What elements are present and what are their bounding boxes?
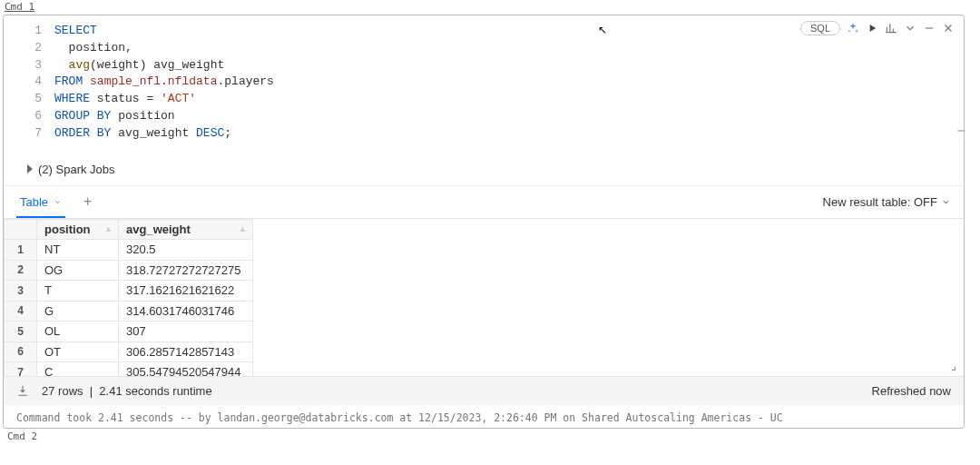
spark-jobs-toggle[interactable]: (2) Spark Jobs — [4, 155, 964, 185]
column-header-position[interactable]: position▲ — [37, 219, 119, 240]
result-toggle-label: New result table: OFF — [823, 195, 937, 209]
row-number: 5 — [5, 322, 37, 342]
table-row[interactable]: 7C305.54794520547944 — [5, 362, 253, 377]
cell-title: Cmd 1 — [3, 0, 965, 15]
tab-table[interactable]: Table — [16, 186, 65, 218]
table-row[interactable]: 2OG318.72727272727275 — [5, 260, 253, 281]
cell-avg-weight: 320.5 — [119, 240, 253, 261]
collapse-handle-icon[interactable] — [956, 124, 966, 137]
row-number: 4 — [5, 301, 37, 322]
run-button[interactable] — [866, 22, 878, 35]
results-tabs-bar: Table + New result table: OFF — [4, 185, 964, 218]
line-gutter: 1234567 — [4, 23, 54, 143]
cell-avg-weight: 318.72727272727275 — [119, 260, 253, 281]
refreshed-label: Refreshed now — [872, 384, 951, 398]
results-table: position▲ avg_weight▲ 1NT320.52OG318.727… — [4, 219, 253, 377]
code-content[interactable]: SELECT position, avg(weight) avg_weightF… — [54, 23, 964, 143]
cell-avg-weight: 307 — [119, 322, 253, 342]
table-row[interactable]: 3T317.1621621621622 — [5, 281, 253, 302]
row-count-label: 27 rows | 2.41 seconds runtime — [42, 384, 212, 398]
cell-position: OG — [37, 260, 119, 281]
chevron-down-icon — [941, 197, 951, 207]
minimize-icon[interactable] — [923, 22, 936, 35]
next-cell-title: Cmd 2 — [3, 429, 965, 442]
expand-icon[interactable]: ⌟ — [951, 359, 956, 372]
cell-avg-weight: 317.1621621621622 — [119, 281, 253, 302]
row-number: 6 — [5, 341, 37, 362]
row-number: 7 — [5, 362, 37, 377]
code-editor[interactable]: 1234567 SELECT position, avg(weight) avg… — [4, 15, 964, 155]
language-selector[interactable]: SQL — [800, 21, 840, 35]
result-table-toggle[interactable]: New result table: OFF — [823, 195, 951, 209]
table-row[interactable]: 4G314.6031746031746 — [5, 301, 253, 322]
chart-icon[interactable] — [885, 22, 897, 35]
results-footer: 27 rows | 2.41 seconds runtime Refreshed… — [4, 377, 964, 405]
row-number: 1 — [5, 240, 37, 261]
table-row[interactable]: 1NT320.5 — [5, 240, 253, 261]
row-number: 3 — [5, 281, 37, 302]
cell-position: OT — [37, 341, 119, 362]
table-row[interactable]: 5OL307 — [5, 322, 253, 342]
column-header-avg-weight[interactable]: avg_weight▲ — [119, 219, 253, 240]
cell-avg-weight: 314.6031746031746 — [119, 301, 253, 322]
cell-position: C — [37, 362, 119, 377]
cell-position: NT — [37, 240, 119, 261]
sort-icon: ▲ — [239, 224, 247, 233]
cell-toolbar: SQL — [800, 21, 955, 35]
cell-position: T — [37, 281, 119, 302]
cell-avg-weight: 305.54794520547944 — [119, 362, 253, 377]
add-tab-button[interactable]: + — [76, 188, 99, 215]
results-table-container: position▲ avg_weight▲ 1NT320.52OG318.727… — [4, 218, 964, 377]
assistant-icon[interactable] — [847, 22, 859, 35]
chevron-down-icon[interactable] — [904, 22, 916, 35]
chevron-down-icon — [54, 198, 62, 206]
spark-jobs-label: (2) Spark Jobs — [38, 163, 115, 176]
table-row[interactable]: 6OT306.2857142857143 — [5, 341, 253, 362]
notebook-cell: ↖ SQL 1234567 SELECT posit — [3, 15, 965, 429]
cell-position: G — [37, 301, 119, 322]
caret-right-icon — [27, 164, 33, 173]
cell-position: OL — [37, 322, 119, 342]
cell-avg-weight: 306.2857142857143 — [119, 341, 253, 362]
command-meta: Command took 2.41 seconds -- by landan.g… — [4, 405, 964, 428]
sort-icon: ▲ — [104, 224, 113, 233]
download-icon[interactable] — [16, 384, 29, 397]
close-icon[interactable] — [942, 22, 955, 35]
tab-label: Table — [20, 195, 48, 209]
row-number-header[interactable] — [5, 219, 37, 240]
row-number: 2 — [5, 260, 37, 281]
